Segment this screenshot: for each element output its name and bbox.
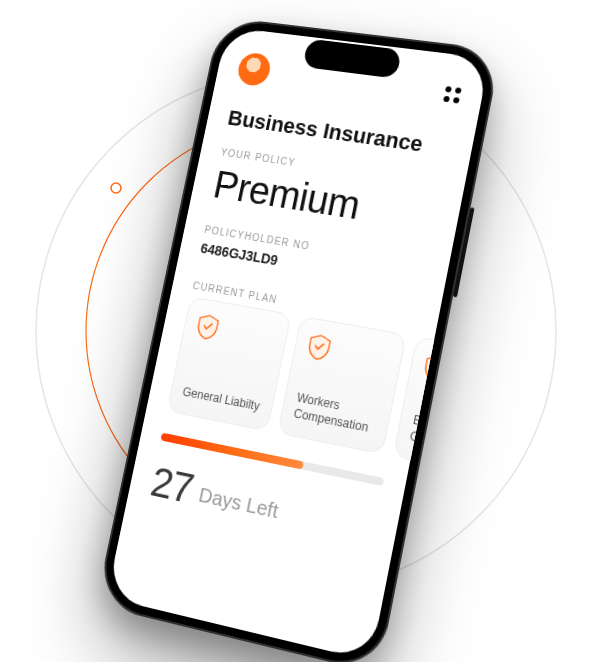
svg-point-2 [111,183,121,193]
plan-card-general-liability[interactable]: General Liabilty [166,296,291,431]
shield-check-icon [194,313,221,342]
plan-card-label: Workers Compensation [292,389,379,437]
days-remaining-number: 27 [147,458,197,514]
days-remaining-label: Days Left [197,484,281,524]
plan-card-workers-compensation[interactable]: Workers Compensation [277,316,407,455]
shield-check-icon [305,333,333,363]
avatar[interactable] [235,52,272,88]
plan-card-label: General Liabilty [181,384,262,415]
menu-icon[interactable] [443,86,462,104]
